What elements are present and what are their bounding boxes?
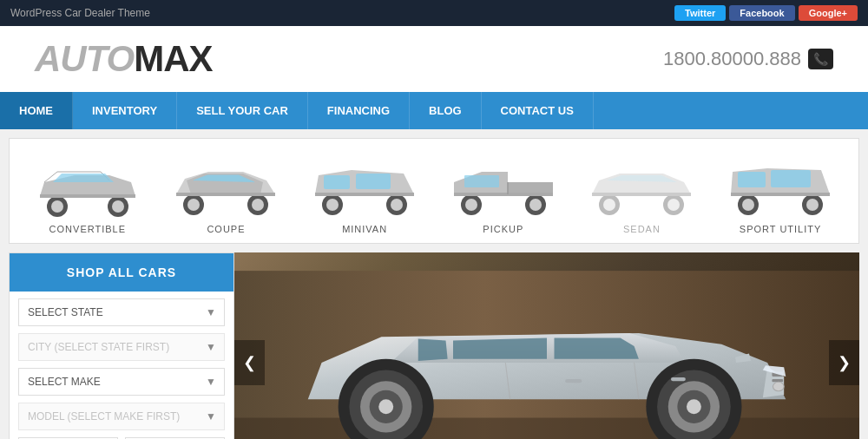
minivan-label: MINIVAN [342,224,387,234]
svg-rect-15 [356,174,391,189]
svg-rect-35 [731,193,830,196]
svg-point-3 [112,200,124,213]
car-types-section: CONVERTIBLE COUPE [9,138,859,244]
svg-point-50 [773,382,784,391]
site-title: WordPress Car Dealer Theme [10,7,150,19]
svg-point-47 [687,399,701,414]
logo-max: MAX [134,38,212,79]
svg-point-32 [806,199,819,211]
phone-icon: 📞 [808,49,833,69]
state-select[interactable]: SELECT STATE [18,298,225,326]
nav-item-home[interactable]: HOME [0,92,73,129]
car-type-pickup[interactable]: PICKUP [438,156,569,234]
svg-rect-37 [234,418,859,439]
svg-point-42 [378,399,393,414]
social-buttons: Twitter Facebook Google+ [674,5,858,21]
main-nav: HOME INVENTORY SELL YOUR CAR FINANCING B… [0,92,868,129]
hero-car-svg [234,252,859,439]
logo-auto: AUTO [35,38,134,79]
svg-point-11 [326,199,339,211]
twitter-button[interactable]: Twitter [674,5,726,21]
svg-point-13 [391,199,403,211]
nav-item-blog[interactable]: BLOG [410,92,482,129]
sidebar: SHOP ALL CARS SELECT STATE ▼ CITY (SELEC… [9,252,234,439]
car-types-grid: CONVERTIBLE COUPE [18,156,850,234]
nav-item-contact[interactable]: CONTACT US [482,92,594,129]
svg-rect-9 [176,193,275,196]
model-select-wrap: MODEL (SELECT MAKE FIRST) ▼ [18,403,225,430]
svg-point-18 [465,199,477,211]
convertible-icon [31,156,144,217]
convertible-label: CONVERTIBLE [49,224,126,234]
svg-rect-16 [315,193,414,196]
svg-point-8 [252,199,264,211]
svg-rect-54 [671,377,686,381]
shop-all-button[interactable]: SHOP ALL CARS [10,253,233,292]
svg-rect-34 [771,170,811,187]
coupe-icon [169,156,282,217]
phone-number: 1800.80000.888 [663,48,801,70]
header: AUTOMAX 1800.80000.888 📞 [0,26,868,92]
coupe-label: COUPE [207,224,245,234]
facebook-button[interactable]: Facebook [729,5,794,21]
googleplus-button[interactable]: Google+ [799,5,858,21]
nav-item-sell[interactable]: SELL YOUR CAR [177,92,308,129]
car-type-minivan[interactable]: MINIVAN [299,156,430,234]
city-select[interactable]: CITY (SELECT STATE FIRST) [18,333,225,361]
sedan-label: SEDAN [623,224,661,234]
model-select[interactable]: MODEL (SELECT MAKE FIRST) [18,403,225,430]
nav-item-inventory[interactable]: INVENTORY [73,92,177,129]
svg-rect-4 [40,194,135,198]
top-bar: WordPress Car Dealer Theme Twitter Faceb… [0,0,868,26]
svg-rect-28 [592,193,691,196]
svg-point-30 [742,199,754,211]
svg-point-20 [529,199,542,211]
car-type-suv[interactable]: SPORT UTILITY [715,156,845,234]
carousel-next-button[interactable]: ❯ [829,340,859,385]
car-type-coupe[interactable]: COUPE [161,156,291,234]
pickup-label: PICKUP [483,224,523,234]
svg-rect-22 [454,193,553,196]
make-select-wrap: SELECT MAKE ▼ [18,368,225,396]
carousel-prev-button[interactable]: ❮ [234,340,265,385]
svg-point-25 [603,199,615,211]
svg-rect-21 [464,175,499,187]
suv-label: SPORT UTILITY [740,224,822,234]
bottom-section: SHOP ALL CARS SELECT STATE ▼ CITY (SELEC… [9,252,859,439]
make-select[interactable]: SELECT MAKE [18,368,225,396]
hero-image: ❮ [234,252,859,439]
car-type-sedan[interactable]: SEDAN [576,156,707,234]
nav-item-financing[interactable]: FINANCING [308,92,410,129]
svg-point-1 [51,200,63,213]
pickup-icon [447,156,560,217]
svg-rect-33 [738,172,766,187]
car-type-convertible[interactable]: CONVERTIBLE [23,156,153,234]
logo[interactable]: AUTOMAX [35,38,213,80]
svg-rect-49 [772,379,783,382]
svg-point-6 [187,199,200,211]
state-select-wrap: SELECT STATE ▼ [18,298,225,326]
phone-area: 1800.80000.888 📞 [663,48,833,70]
svg-rect-53 [565,379,582,383]
sedan-icon [585,156,698,217]
svg-point-27 [667,199,680,211]
minivan-icon [308,156,421,217]
suv-icon [724,156,837,217]
city-select-wrap: CITY (SELECT STATE FIRST) ▼ [18,333,225,361]
svg-rect-14 [324,175,350,189]
